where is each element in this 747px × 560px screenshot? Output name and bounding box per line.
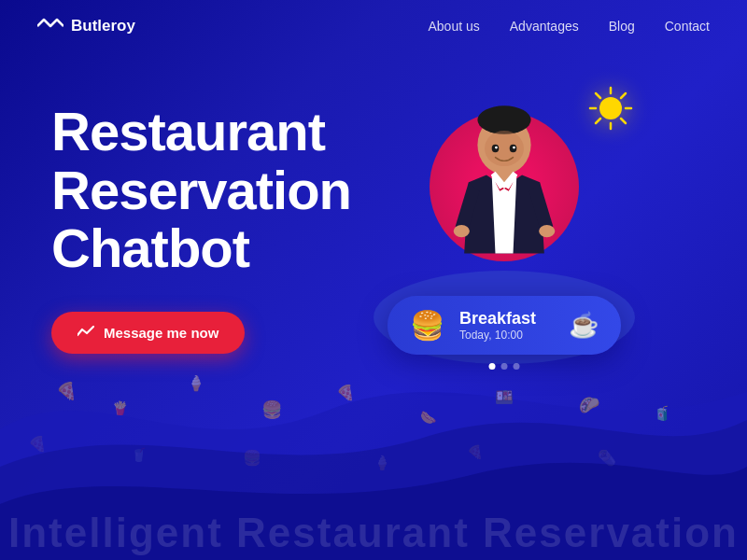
cta-button[interactable]: Message me now [51,312,245,354]
bottom-section: Intelligent Restaurant Reservation [0,510,747,560]
svg-line-7 [621,93,626,98]
nav-blog[interactable]: Blog [609,19,635,34]
svg-point-14 [539,225,555,237]
hero-title-line2: Reservation [51,160,351,220]
hero-right: 🍔 Breakfast Today, 10:00 ☕ [355,75,654,373]
bottom-text: Intelligent Restaurant Reservation [0,510,747,560]
card-info: Breakfast Today, 10:00 [459,309,554,342]
card-subtitle: Today, 10:00 [459,329,554,342]
card-title: Breakfast [459,309,554,329]
svg-line-5 [596,93,600,98]
hero-title-line3: Chatbot [51,217,249,278]
svg-point-0 [599,97,622,119]
svg-point-17 [495,147,498,149]
cta-icon [78,326,94,339]
nav-links: About us Advantages Blog Contact [429,19,711,34]
card-burger-icon: 🍔 [410,309,444,342]
nav-contact[interactable]: Contact [665,19,710,34]
nav-advantages[interactable]: Advantages [510,19,579,34]
brand-name: Butleroy [71,17,135,35]
cta-label: Message me now [104,325,218,341]
logo: Butleroy [37,17,135,35]
sun-icon [586,84,635,144]
carousel-dots [489,363,520,370]
svg-point-18 [513,147,515,149]
navbar: Butleroy About us Advantages Blog Contac… [0,0,747,52]
hero-title: Restaurant Reservation Chatbot [51,103,351,278]
svg-point-10 [477,105,530,133]
nav-about[interactable]: About us [429,19,480,34]
logo-icon [37,18,63,35]
svg-point-13 [454,225,470,237]
page-wrapper: 🍕 🍟 🍦 🍔 🍕 🌭 🍱 🌮 🧃 🍕 🥤 🍔 🍦 🍕 🌯 Butleroy A… [0,0,747,560]
reservation-card: 🍔 Breakfast Today, 10:00 ☕ [388,296,621,355]
card-coffee-icon: ☕ [569,311,599,340]
dot-1[interactable] [489,363,496,370]
waiter-figure [439,93,570,284]
hero-title-line1: Restaurant [51,101,325,161]
hero-left: Restaurant Reservation Chatbot Message m… [51,103,351,354]
dot-2[interactable] [501,363,508,370]
dot-3[interactable] [514,363,520,370]
svg-line-6 [621,119,626,123]
svg-line-8 [596,119,600,123]
